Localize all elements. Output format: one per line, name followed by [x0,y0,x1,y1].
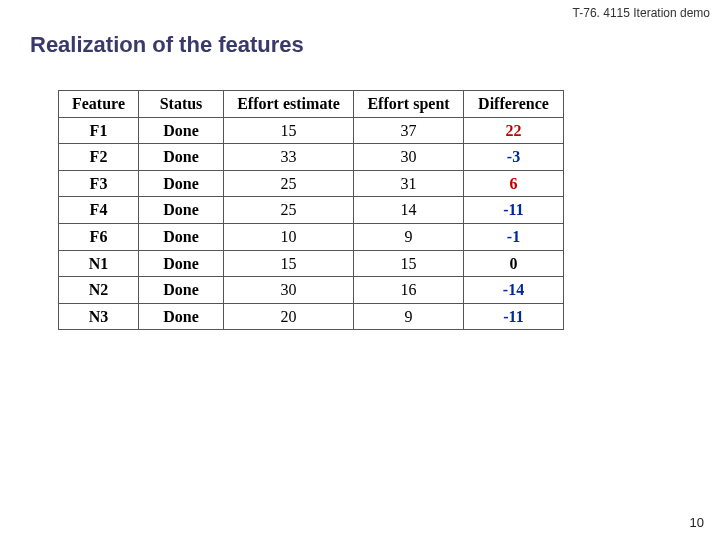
cell-status: Done [139,303,224,330]
col-header-status: Status [139,91,224,118]
table-row: F6Done109-1 [59,223,564,250]
cell-spent: 31 [354,170,464,197]
cell-estimate: 20 [224,303,354,330]
cell-status: Done [139,277,224,304]
cell-status: Done [139,117,224,144]
cell-feature: F4 [59,197,139,224]
cell-estimate: 25 [224,197,354,224]
table-row: F3Done25316 [59,170,564,197]
cell-estimate: 15 [224,117,354,144]
cell-feature: N1 [59,250,139,277]
cell-feature: F3 [59,170,139,197]
table-row: N3Done209-11 [59,303,564,330]
cell-spent: 37 [354,117,464,144]
cell-spent: 9 [354,303,464,330]
cell-difference: -11 [464,197,564,224]
cell-status: Done [139,144,224,171]
table-row: F2Done3330-3 [59,144,564,171]
table-header-row: Feature Status Effort estimate Effort sp… [59,91,564,118]
col-header-difference: Difference [464,91,564,118]
table-row: N1Done15150 [59,250,564,277]
col-header-spent: Effort spent [354,91,464,118]
cell-feature: N3 [59,303,139,330]
cell-spent: 16 [354,277,464,304]
cell-status: Done [139,250,224,277]
cell-status: Done [139,197,224,224]
cell-feature: F6 [59,223,139,250]
cell-status: Done [139,170,224,197]
cell-feature: F1 [59,117,139,144]
cell-difference: 6 [464,170,564,197]
cell-difference: -14 [464,277,564,304]
features-table: Feature Status Effort estimate Effort sp… [58,90,564,330]
cell-spent: 15 [354,250,464,277]
cell-spent: 30 [354,144,464,171]
cell-estimate: 10 [224,223,354,250]
table-row: F1Done153722 [59,117,564,144]
table-row: F4Done2514-11 [59,197,564,224]
cell-spent: 9 [354,223,464,250]
cell-feature: N2 [59,277,139,304]
cell-feature: F2 [59,144,139,171]
cell-difference: -1 [464,223,564,250]
cell-estimate: 30 [224,277,354,304]
cell-difference: 0 [464,250,564,277]
cell-difference: 22 [464,117,564,144]
features-table-wrap: Feature Status Effort estimate Effort sp… [58,90,564,330]
page-number: 10 [690,515,704,530]
cell-spent: 14 [354,197,464,224]
cell-estimate: 33 [224,144,354,171]
table-body: F1Done153722F2Done3330-3F3Done25316F4Don… [59,117,564,330]
cell-estimate: 25 [224,170,354,197]
cell-status: Done [139,223,224,250]
course-label: T-76. 4115 Iteration demo [573,6,710,20]
col-header-feature: Feature [59,91,139,118]
cell-difference: -11 [464,303,564,330]
table-row: N2Done3016-14 [59,277,564,304]
slide-title: Realization of the features [30,32,304,58]
col-header-estimate: Effort estimate [224,91,354,118]
cell-estimate: 15 [224,250,354,277]
cell-difference: -3 [464,144,564,171]
